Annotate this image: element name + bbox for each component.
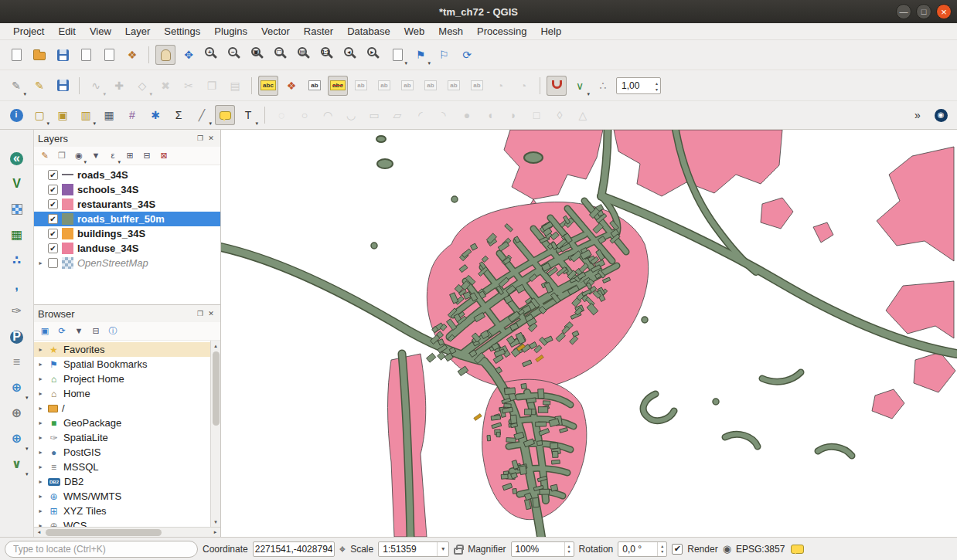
rotate-label-icon[interactable]: ab bbox=[421, 76, 441, 96]
scrollbar-thumb[interactable] bbox=[213, 351, 220, 426]
browser-item[interactable]: ≡ MSSQL bbox=[34, 460, 210, 474]
save-layer-edits-icon[interactable] bbox=[53, 76, 73, 96]
filter-by-expression-icon[interactable]: ε bbox=[105, 148, 121, 164]
add-delimited-text-layer-icon[interactable]: , bbox=[5, 274, 29, 297]
field-calculator-icon[interactable]: # bbox=[122, 105, 142, 125]
data-source-manager-icon[interactable]: « bbox=[5, 147, 29, 170]
layer-item[interactable]: OpenStreetMap bbox=[34, 256, 220, 270]
spinner-icon[interactable] bbox=[564, 542, 574, 556]
lock-icon[interactable] bbox=[454, 548, 463, 555]
layer-item[interactable]: schools_34S bbox=[34, 182, 220, 197]
zoom-last-icon[interactable]: ◂ bbox=[341, 45, 361, 65]
metasearch-icon[interactable]: ◉ bbox=[931, 105, 951, 125]
open-layer-styling-icon[interactable]: ✎ bbox=[37, 148, 53, 164]
layer-labeling-icon[interactable]: abc bbox=[258, 76, 278, 96]
add-feature-icon[interactable]: ✚ bbox=[109, 76, 129, 96]
add-wms-layer-icon[interactable]: ⊕ bbox=[5, 376, 29, 399]
expander-icon[interactable] bbox=[37, 507, 44, 514]
scale-combo[interactable]: 1:51359 bbox=[378, 541, 449, 557]
zoom-native-icon[interactable]: 1:1 bbox=[318, 45, 338, 65]
expander-icon[interactable] bbox=[37, 390, 44, 397]
browser-item[interactable]: ⊞ XYZ Tiles bbox=[34, 504, 210, 518]
browser-item[interactable]: / bbox=[34, 401, 210, 416]
expander-icon[interactable] bbox=[37, 522, 44, 527]
menu-item[interactable]: Plugins bbox=[207, 25, 254, 38]
expander-icon[interactable] bbox=[37, 405, 44, 412]
browser-properties-icon[interactable]: ⓘ bbox=[105, 324, 121, 339]
deselect-features-icon[interactable]: ▣ bbox=[53, 105, 73, 125]
browser-collapse-icon[interactable]: ⊟ bbox=[88, 324, 104, 339]
locate-input[interactable] bbox=[5, 541, 198, 558]
expander-icon[interactable] bbox=[37, 346, 44, 353]
label-anchor-icon[interactable]: ab bbox=[305, 76, 325, 96]
menu-item[interactable]: Help bbox=[533, 25, 568, 38]
browser-add-layers-icon[interactable]: ▣ bbox=[37, 324, 53, 339]
expander-icon[interactable] bbox=[37, 419, 44, 426]
expander-icon[interactable] bbox=[37, 449, 44, 456]
pin-labels-icon[interactable]: ab bbox=[351, 76, 371, 96]
browser-item[interactable]: ● PostGIS bbox=[34, 445, 210, 460]
zoom-to-selection-icon[interactable]: ▢ bbox=[271, 45, 291, 65]
select-by-value-icon[interactable]: ▥ bbox=[76, 105, 96, 125]
move-label-icon[interactable]: ab bbox=[397, 76, 417, 96]
manage-map-themes-icon[interactable]: ◉ bbox=[71, 148, 87, 164]
identify-features-icon[interactable]: i bbox=[6, 105, 26, 125]
diagram-options-icon[interactable]: ◔ bbox=[490, 76, 510, 96]
float-panel-icon[interactable] bbox=[195, 308, 206, 319]
pan-map-icon[interactable] bbox=[155, 45, 175, 65]
statistical-summary-icon[interactable]: Σ bbox=[169, 105, 189, 125]
browser-refresh-icon[interactable]: ⟳ bbox=[54, 324, 70, 339]
more-tools-icon[interactable]: » bbox=[908, 105, 928, 125]
delete-selected-icon[interactable]: ✖ bbox=[155, 76, 175, 96]
open-attribute-table-icon[interactable]: ▦ bbox=[99, 105, 119, 125]
browser-item[interactable]: ⊕ WMS/WMTS bbox=[34, 489, 210, 504]
shape-tool-icon[interactable]: ▱ bbox=[387, 105, 407, 125]
close-icon[interactable]: × bbox=[936, 4, 952, 19]
browser-item[interactable]: ★ Favorites bbox=[34, 342, 210, 357]
shape-tool-icon[interactable]: ◌ bbox=[271, 105, 291, 125]
menu-item[interactable]: Processing bbox=[470, 25, 533, 38]
layer-item[interactable]: restaurants_34S bbox=[34, 197, 220, 212]
text-annotation-icon[interactable]: T bbox=[238, 105, 258, 125]
snapping-options-icon[interactable]: ∨ bbox=[570, 76, 590, 96]
shape-tool-icon[interactable]: △ bbox=[573, 105, 593, 125]
scroll-down-icon[interactable] bbox=[211, 517, 221, 527]
rotation-spinbox[interactable]: 0,0 ° bbox=[618, 541, 667, 557]
add-vector-layer-icon[interactable]: V bbox=[5, 172, 29, 195]
browser-item[interactable]: ✑ SpatiaLite bbox=[34, 430, 210, 445]
shape-tool-icon[interactable]: ◗ bbox=[503, 105, 523, 125]
layer-checkbox[interactable] bbox=[48, 243, 58, 253]
menu-item[interactable]: Layer bbox=[118, 25, 158, 38]
menu-item[interactable]: Database bbox=[340, 25, 397, 38]
menu-item[interactable]: Settings bbox=[157, 25, 207, 38]
add-group-icon[interactable]: ❐ bbox=[54, 148, 70, 164]
menu-item[interactable]: Project bbox=[6, 25, 51, 38]
shape-tool-icon[interactable]: ○ bbox=[295, 105, 315, 125]
expander-icon[interactable] bbox=[37, 375, 44, 382]
enable-snapping-icon[interactable] bbox=[547, 76, 567, 96]
browser-filter-icon[interactable]: ▼ bbox=[71, 324, 87, 339]
shape-tool-icon[interactable]: □ bbox=[526, 105, 547, 125]
processing-toolbox-icon[interactable]: ✱ bbox=[145, 105, 165, 125]
open-project-icon[interactable] bbox=[29, 45, 49, 65]
add-mssql-layer-icon[interactable]: ≡ bbox=[5, 351, 29, 374]
cut-features-icon[interactable]: ✂ bbox=[179, 76, 199, 96]
menu-item[interactable]: Mesh bbox=[431, 25, 470, 38]
expander-icon[interactable] bbox=[37, 434, 44, 441]
shape-tool-icon[interactable]: ◝ bbox=[434, 105, 454, 125]
map-canvas[interactable] bbox=[221, 130, 957, 537]
layer-item[interactable]: landuse_34S bbox=[34, 241, 220, 256]
expander-icon[interactable] bbox=[37, 478, 44, 485]
edit-value-spinbox[interactable]: 1,00 bbox=[616, 77, 661, 94]
scroll-left-icon[interactable] bbox=[34, 528, 44, 538]
spinner-icon[interactable] bbox=[657, 542, 666, 556]
vertex-tool-icon[interactable]: ◇ bbox=[132, 76, 152, 96]
add-point-cloud-layer-icon[interactable]: ∴ bbox=[5, 249, 29, 272]
change-label-icon[interactable]: ab bbox=[444, 76, 464, 96]
show-spatial-bookmarks-icon[interactable]: ⚐ bbox=[434, 45, 454, 65]
close-panel-icon[interactable] bbox=[206, 133, 216, 144]
browser-item[interactable]: ⚑ Spatial Bookmarks bbox=[34, 357, 210, 372]
map-tips-icon[interactable] bbox=[215, 105, 235, 125]
collapse-all-icon[interactable]: ⊟ bbox=[139, 148, 155, 164]
move-diagram-icon[interactable]: ◔ bbox=[513, 76, 533, 96]
